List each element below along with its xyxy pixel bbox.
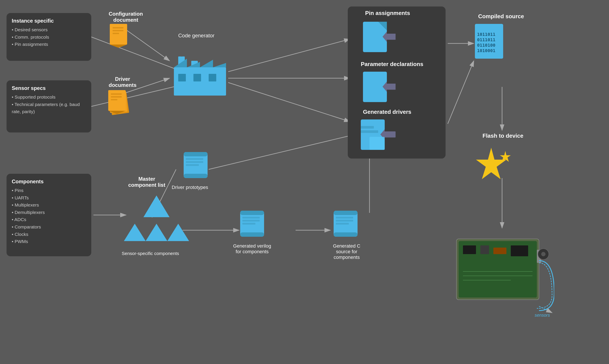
svg-rect-46	[387, 84, 395, 90]
svg-rect-64	[186, 158, 203, 160]
svg-rect-39	[193, 74, 201, 81]
svg-rect-74	[242, 217, 260, 219]
svg-rect-63	[184, 174, 208, 178]
instance-item-2: Comm. protocols	[12, 33, 86, 41]
instance-list: Desired sensors Comm. protocols Pin assi…	[12, 26, 86, 48]
sensor-specs-box: Sensor specs Supported protocols Technic…	[7, 80, 91, 132]
svg-marker-37	[213, 63, 226, 67]
svg-rect-82	[336, 223, 349, 225]
comp-item-3: Multiplexers	[12, 201, 86, 209]
svg-rect-62	[184, 152, 208, 156]
parameter-declarations-icon	[361, 72, 395, 106]
parameter-declarations-label: Parameter declarations	[361, 61, 423, 67]
code-generator-label: Code generator	[178, 33, 215, 39]
svg-rect-87	[493, 247, 506, 254]
svg-rect-29	[111, 96, 122, 98]
sensor-item-2: Technical parameters (e.g. baud rate, pa…	[12, 101, 86, 115]
sensor-title: Sensor specs	[12, 85, 86, 91]
svg-text:1010001: 1010001	[477, 48, 495, 53]
svg-line-17	[124, 28, 170, 61]
generated-c-source-icon	[330, 208, 361, 241]
components-list: Pins UARTs Multiplexers Demultiplexers A…	[12, 187, 86, 245]
generated-c-source-label: Generated C source for components	[326, 243, 367, 260]
pin-assignments-label: Pin assignments	[365, 10, 410, 16]
svg-marker-68	[124, 224, 146, 241]
svg-line-9	[228, 82, 350, 122]
master-component-list-label: Master component list	[128, 176, 165, 188]
svg-line-3	[91, 85, 183, 106]
svg-rect-26	[108, 90, 126, 111]
svg-rect-19	[110, 24, 127, 45]
comp-item-4: Demultiplexers	[12, 209, 86, 216]
svg-rect-38	[178, 74, 186, 81]
svg-marker-59	[476, 148, 506, 179]
svg-rect-79	[334, 232, 358, 237]
comp-item-1: Pins	[12, 187, 86, 194]
comp-item-7: Clocks	[12, 231, 86, 238]
svg-rect-23	[113, 33, 119, 34]
instance-item-1: Desired sensors	[12, 26, 86, 33]
compiled-source-label: Compiled source	[478, 13, 524, 20]
svg-text:1011011: 1011011	[477, 32, 495, 37]
svg-rect-78	[334, 211, 358, 215]
comp-item-2: UARTs	[12, 194, 86, 202]
svg-text:0110100: 0110100	[477, 43, 495, 48]
compiled-source-icon: 1011011 0111011 0110100 1010001	[474, 24, 509, 63]
sparkle-icon	[470, 143, 513, 187]
generated-verilog-icon	[237, 208, 267, 241]
components-title: Components	[12, 179, 86, 185]
sensor-list: Supported protocols Technical parameters…	[12, 93, 86, 115]
generated-drivers-label: Generated drivers	[363, 109, 411, 115]
svg-rect-30	[111, 99, 117, 100]
generated-drivers-icon	[359, 119, 398, 154]
svg-rect-53	[369, 137, 385, 150]
svg-line-4	[228, 39, 350, 72]
svg-rect-75	[242, 220, 260, 221]
instance-item-3: Pin assignments	[12, 41, 86, 48]
factory-icon	[170, 50, 230, 98]
instance-specific-box: Instance specific Desired sensors Comm. …	[7, 13, 91, 61]
pin-assignments-icon	[361, 22, 395, 56]
svg-rect-65	[186, 161, 203, 163]
svg-rect-81	[336, 220, 353, 221]
svg-rect-28	[111, 93, 122, 95]
svg-point-95	[541, 252, 545, 256]
config-doc-label: Configuration document	[109, 11, 143, 23]
svg-rect-22	[113, 30, 123, 31]
comp-item-6: Comparators	[12, 223, 86, 231]
svg-marker-20	[110, 45, 127, 48]
sensor-specific-components-label: Sensor-specific components	[122, 251, 179, 256]
svg-line-16	[448, 61, 474, 124]
driver-docs-icon	[106, 89, 132, 117]
svg-line-10	[209, 135, 354, 169]
svg-rect-80	[336, 217, 353, 219]
comp-item-5: ADCs	[12, 216, 86, 223]
svg-rect-49	[361, 126, 374, 129]
generated-verilog-label: Generated verilog for components	[232, 243, 272, 255]
svg-text:0111011: 0111011	[477, 37, 495, 42]
svg-rect-85	[463, 246, 476, 254]
svg-rect-50	[361, 130, 378, 133]
svg-rect-51	[385, 131, 395, 137]
svg-marker-69	[146, 224, 167, 241]
sensors-label: sensors	[535, 313, 550, 318]
driver-prototypes-label: Driver prototypes	[172, 185, 208, 190]
svg-marker-36	[200, 60, 213, 67]
svg-marker-67	[143, 195, 170, 217]
component-triangles-icon	[122, 195, 191, 247]
device-photo	[446, 228, 554, 319]
driver-prototypes-icon	[180, 150, 211, 182]
svg-rect-73	[240, 232, 264, 237]
components-box: Components Pins UARTs Multiplexers Demul…	[7, 174, 91, 256]
driver-docs-label: Driver documents	[109, 76, 136, 88]
comp-item-8: PWMs	[12, 238, 86, 245]
instance-title: Instance specific	[12, 18, 86, 24]
flash-to-device-label: Flash to device	[483, 132, 523, 139]
svg-rect-86	[480, 246, 489, 254]
config-doc-icon	[109, 24, 128, 48]
svg-marker-70	[167, 224, 189, 241]
svg-rect-72	[240, 211, 264, 215]
svg-line-2	[91, 37, 183, 72]
svg-rect-66	[186, 164, 199, 166]
svg-rect-76	[242, 223, 255, 225]
